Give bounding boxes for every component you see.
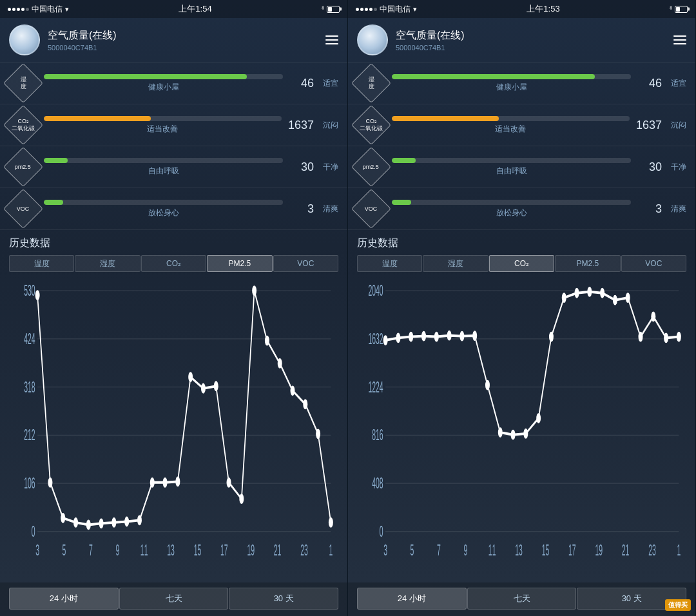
header-title: 空气质量(在线) <box>48 29 318 43</box>
menu-line-3 <box>325 43 338 44</box>
bar-fill-1 <box>392 116 499 121</box>
svg-text:530: 530 <box>24 282 35 299</box>
menu-button[interactable] <box>673 35 686 44</box>
svg-point-37 <box>201 383 206 394</box>
sensor-row-0: 湿度 健康小屋 46 适宜 <box>0 62 347 104</box>
history-tab-0[interactable]: 温度 <box>357 255 422 272</box>
svg-point-24 <box>35 290 40 300</box>
menu-line-2 <box>673 39 686 41</box>
svg-text:816: 816 <box>372 426 383 443</box>
bottom-tab-1[interactable]: 七天 <box>467 588 577 610</box>
sensor-icon-label-0: 湿度 <box>21 76 26 90</box>
sensor-status-3: 清爽 <box>320 204 338 215</box>
svg-text:9: 9 <box>115 541 119 559</box>
sensor-icon-0: 湿度 <box>351 63 391 103</box>
sensor-value-1: 1637 <box>636 119 662 132</box>
history-tab-1[interactable]: 湿度 <box>75 255 140 272</box>
bottom-tabs: 24 小时七天30 天 <box>0 582 347 616</box>
svg-point-43 <box>278 358 282 369</box>
history-tab-4[interactable]: VOC <box>621 255 686 272</box>
sensor-icon-label-1: CO₂二氧化碳 <box>12 118 35 132</box>
history-tab-4[interactable]: VOC <box>273 255 338 272</box>
svg-point-76 <box>434 332 439 342</box>
svg-point-89 <box>600 288 604 298</box>
bar-track-0 <box>44 74 283 79</box>
history-tab-row: 温度湿度CO₂PM2.5VOC <box>9 255 338 272</box>
history-tab-3[interactable]: PM2.5 <box>207 255 272 272</box>
svg-text:318: 318 <box>24 378 35 396</box>
svg-text:11: 11 <box>140 541 148 559</box>
menu-line-1 <box>673 35 686 37</box>
status-left: 中国电信 ▾ <box>8 4 69 15</box>
menu-button[interactable] <box>325 35 338 44</box>
sensor-label-3: 放松身心 <box>392 207 631 218</box>
svg-text:408: 408 <box>372 474 383 492</box>
bar-fill-3 <box>44 200 63 205</box>
bottom-tab-0[interactable]: 24 小时 <box>357 588 467 610</box>
svg-point-39 <box>227 477 231 488</box>
sensor-middle-2: 自由呼吸 <box>44 158 283 177</box>
bar-track-2 <box>392 158 631 163</box>
sensor-icon-3: VOC <box>351 189 391 229</box>
status-bar: 中国电信 ▾ 上午1:53 ⁸ <box>348 0 695 18</box>
battery-icon <box>327 6 340 13</box>
bottom-tabs: 24 小时七天30 天 <box>348 582 695 616</box>
history-tab-2[interactable]: CO₂ <box>489 255 554 272</box>
header-subtitle: 5000040C74B1 <box>48 44 318 52</box>
history-tab-1[interactable]: 湿度 <box>423 255 488 272</box>
svg-point-25 <box>48 477 52 488</box>
sensor-icon-label-2: pm2.5 <box>15 164 31 171</box>
history-tab-0[interactable]: 温度 <box>9 255 74 272</box>
svg-point-27 <box>73 517 78 528</box>
svg-text:13: 13 <box>167 541 175 559</box>
bluetooth-icon: ⁸ <box>322 5 324 14</box>
bottom-tab-0[interactable]: 24 小时 <box>9 588 119 610</box>
svg-point-35 <box>175 476 180 486</box>
svg-text:19: 19 <box>247 541 255 559</box>
sensor-middle-2: 自由呼吸 <box>392 158 631 177</box>
svg-text:0: 0 <box>32 523 35 540</box>
battery-fill <box>328 7 332 12</box>
sensor-status-2: 干净 <box>320 162 338 173</box>
history-tab-2[interactable]: CO₂ <box>141 255 206 272</box>
svg-point-44 <box>291 385 295 396</box>
history-tab-row: 温度湿度CO₂PM2.5VOC <box>357 255 686 272</box>
bar-track-0 <box>392 74 631 79</box>
svg-point-32 <box>137 515 142 525</box>
signal-dot-4 <box>26 8 29 11</box>
svg-point-86 <box>562 293 566 303</box>
sensor-row-2: pm2.5 自由呼吸 30 干净 <box>348 146 695 188</box>
history-tab-3[interactable]: PM2.5 <box>555 255 620 272</box>
svg-text:11: 11 <box>488 541 496 559</box>
signal-dot-0 <box>356 8 359 11</box>
signal-dot-0 <box>8 8 11 11</box>
svg-point-75 <box>421 331 426 342</box>
sensor-icon-label-3: VOC <box>17 206 30 213</box>
menu-line-2 <box>325 39 338 41</box>
svg-point-80 <box>485 380 490 390</box>
bottom-tab-2[interactable]: 30 天 <box>229 588 338 610</box>
sensor-icon-1: CO₂二氧化碳 <box>3 105 43 145</box>
svg-point-79 <box>472 331 477 341</box>
signal-dot-2 <box>17 8 20 11</box>
signal-dots <box>356 8 377 11</box>
bar-container-1 <box>392 116 630 121</box>
header-title: 空气质量(在线) <box>396 29 666 43</box>
bottom-tab-1[interactable]: 七天 <box>119 588 229 610</box>
sensor-middle-3: 放松身心 <box>392 200 631 218</box>
sensor-icon-label-2: pm2.5 <box>363 164 379 171</box>
bar-container-2 <box>392 158 631 163</box>
status-right: ⁸ <box>670 5 688 14</box>
sensor-value-2: 30 <box>637 160 662 174</box>
chart-svg: 20401632122481640803579111315171921231 <box>357 277 686 582</box>
svg-point-81 <box>498 427 503 438</box>
sensor-middle-1: 适当改善 <box>44 116 282 135</box>
svg-point-88 <box>587 287 592 297</box>
svg-point-45 <box>303 399 307 410</box>
menu-line-3 <box>673 43 686 44</box>
svg-point-87 <box>575 288 579 298</box>
svg-point-31 <box>124 517 129 527</box>
sensor-icon-label-1: CO₂二氧化碳 <box>360 118 383 132</box>
sensor-icon-1: CO₂二氧化碳 <box>351 105 391 145</box>
sensor-value-3: 3 <box>289 202 314 216</box>
